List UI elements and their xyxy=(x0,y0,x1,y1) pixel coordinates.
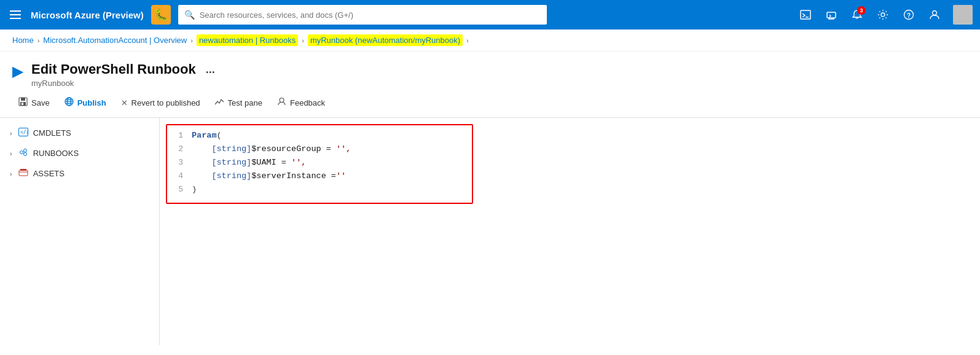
feedback-icon xyxy=(277,97,286,108)
notification-badge: 3 xyxy=(857,6,866,15)
search-bar[interactable]: 🔍 xyxy=(178,5,547,25)
hamburger-menu[interactable] xyxy=(7,8,23,21)
svg-rect-25 xyxy=(20,169,26,171)
notifications-icon[interactable]: 3 xyxy=(846,4,868,26)
code-editor[interactable]: 1Param(2 [string]$resourceGroup = '',3 [… xyxy=(166,124,473,204)
page-header: ▶ Edit PowerShell Runbook ... myRunbook xyxy=(0,52,980,88)
assets-icon xyxy=(18,168,28,179)
breadcrumb-home[interactable]: Home xyxy=(12,36,34,45)
publish-icon xyxy=(65,97,74,108)
powershell-icon: ▶ xyxy=(12,64,23,80)
feedback-button[interactable]: Feedback xyxy=(271,94,331,111)
app-title: Microsoft Azure (Preview) xyxy=(31,10,144,20)
svg-point-21 xyxy=(23,153,26,156)
page-subtitle: myRunbook xyxy=(31,79,219,88)
line-content: [string]$resourceGroup = '', xyxy=(192,144,472,154)
breadcrumb-sep-3: › xyxy=(302,37,304,44)
code-line: 5) xyxy=(167,184,472,198)
assets-chevron: › xyxy=(10,170,12,178)
feedback-label: Feedback xyxy=(290,98,325,107)
svg-rect-24 xyxy=(19,170,28,176)
editor-area[interactable]: 1Param(2 [string]$resourceGroup = '',3 [… xyxy=(160,118,980,345)
revert-button[interactable]: ✕ Revert to published xyxy=(115,95,206,111)
svg-line-22 xyxy=(23,151,23,152)
breadcrumb-sep-4: › xyxy=(466,37,469,44)
toolbar: Save Publish ✕ Revert to published Test … xyxy=(0,88,980,118)
main-content: › </> CMDLETS › RUNBOOKS › ASSETS 1Param… xyxy=(0,118,980,345)
svg-rect-2 xyxy=(827,12,836,18)
svg-text:?: ? xyxy=(907,12,911,19)
line-number: 2 xyxy=(167,144,192,154)
publish-label: Publish xyxy=(77,98,106,107)
cloud-shell-icon[interactable] xyxy=(820,4,842,26)
cmdlets-chevron: › xyxy=(10,130,12,137)
cmdlets-label: CMDLETS xyxy=(33,128,71,138)
save-icon xyxy=(18,97,28,108)
account-icon[interactable] xyxy=(923,4,946,26)
svg-text:</>: </> xyxy=(20,130,28,135)
publish-button[interactable]: Publish xyxy=(58,94,112,111)
svg-point-20 xyxy=(23,149,26,152)
code-line: 2 [string]$resourceGroup = '', xyxy=(167,144,472,157)
revert-label: Revert to published xyxy=(131,98,200,107)
code-line: 4 [string]$serverInstance ='' xyxy=(167,171,472,184)
svg-rect-8 xyxy=(21,98,25,101)
runbooks-label: RUNBOOKS xyxy=(33,149,79,158)
test-pane-button[interactable]: Test pane xyxy=(209,95,269,111)
breadcrumb-runbooks[interactable]: newautomation | Runbooks xyxy=(197,34,298,46)
code-line: 3 [string]$UAMI = '', xyxy=(167,157,472,171)
breadcrumb-myrunbook[interactable]: myRunbook (newAutomation/myRunbook) xyxy=(308,34,463,46)
search-icon: 🔍 xyxy=(184,10,195,20)
save-button[interactable]: Save xyxy=(12,94,56,111)
runbooks-icon xyxy=(18,148,28,158)
runbooks-chevron: › xyxy=(10,150,12,157)
line-number: 1 xyxy=(167,131,192,140)
page-title: Edit PowerShell Runbook ... xyxy=(31,61,219,77)
save-label: Save xyxy=(31,98,50,107)
terminal-icon[interactable] xyxy=(794,4,817,26)
breadcrumb-sep-2: › xyxy=(190,37,193,44)
bug-icon: 🐛 xyxy=(151,5,171,25)
svg-rect-10 xyxy=(22,103,23,105)
test-pane-label: Test pane xyxy=(228,98,262,107)
topbar-icons: 3 ? xyxy=(794,4,973,26)
user-avatar[interactable] xyxy=(953,5,973,25)
sidebar-item-runbooks[interactable]: › RUNBOOKS xyxy=(0,143,159,163)
topbar: Microsoft Azure (Preview) 🐛 🔍 3 ? xyxy=(0,0,980,29)
sidebar: › </> CMDLETS › RUNBOOKS › ASSETS xyxy=(0,118,160,345)
ellipsis-button[interactable]: ... xyxy=(202,62,219,77)
svg-line-23 xyxy=(23,153,23,154)
svg-point-3 xyxy=(881,13,885,17)
test-pane-icon xyxy=(215,98,224,108)
sidebar-item-assets[interactable]: › ASSETS xyxy=(0,163,159,184)
svg-point-19 xyxy=(20,151,23,154)
line-content: [string]$serverInstance ='' xyxy=(192,171,472,181)
code-line: 1Param( xyxy=(167,130,472,144)
revert-icon: ✕ xyxy=(121,98,128,107)
line-number: 4 xyxy=(167,171,192,181)
line-content: Param( xyxy=(192,131,472,140)
sidebar-item-cmdlets[interactable]: › </> CMDLETS xyxy=(0,123,159,143)
line-content: [string]$UAMI = '', xyxy=(192,158,472,167)
svg-point-6 xyxy=(933,11,937,15)
settings-icon[interactable] xyxy=(872,4,894,26)
page-title-text: Edit PowerShell Runbook xyxy=(31,61,196,77)
line-number: 3 xyxy=(167,158,192,167)
breadcrumb-automation-account[interactable]: Microsoft.AutomationAccount | Overview xyxy=(43,36,187,45)
svg-point-16 xyxy=(280,98,284,103)
cmdlets-icon: </> xyxy=(18,128,28,138)
breadcrumb: Home › Microsoft.AutomationAccount | Ove… xyxy=(0,29,980,52)
breadcrumb-sep-1: › xyxy=(37,37,40,44)
line-number: 5 xyxy=(167,185,192,194)
svg-rect-0 xyxy=(801,10,810,19)
help-icon[interactable]: ? xyxy=(898,4,920,26)
line-content: ) xyxy=(192,185,472,194)
search-input[interactable] xyxy=(200,10,541,20)
assets-label: ASSETS xyxy=(33,169,65,178)
page-header-text: Edit PowerShell Runbook ... myRunbook xyxy=(31,61,219,88)
